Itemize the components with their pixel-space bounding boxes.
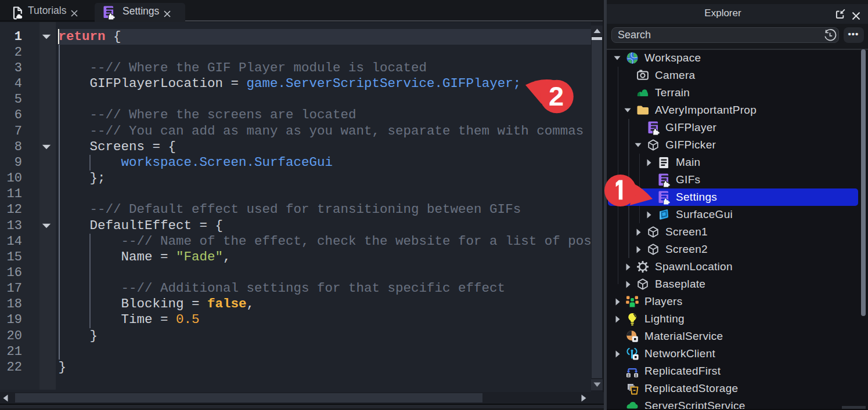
svg-text:2: 2 bbox=[549, 81, 564, 111]
